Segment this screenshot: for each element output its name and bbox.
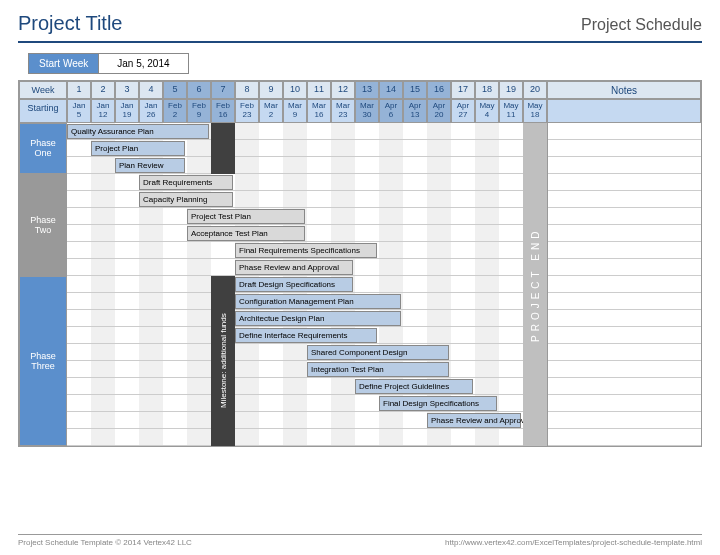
schedule-grid: Week 1234567891011121314151617181920Note…: [18, 80, 702, 447]
page-title: Project Title: [18, 12, 122, 35]
gantt-row: Project Plan: [67, 140, 547, 157]
week-date: Feb2: [163, 99, 187, 123]
start-week-value[interactable]: Jan 5, 2014: [98, 53, 188, 74]
week-date: Feb23: [235, 99, 259, 123]
week-num: 5: [163, 81, 187, 99]
week-date: Apr13: [403, 99, 427, 123]
week-num: 16: [427, 81, 451, 99]
notes-cell[interactable]: [548, 259, 701, 276]
notes-cell[interactable]: [548, 123, 701, 140]
task-bar[interactable]: Capacity Planning: [139, 192, 233, 207]
gantt-row: Integration Test Plan: [67, 361, 547, 378]
notes-cell[interactable]: [548, 412, 701, 429]
gantt-row: Quality Assurance Plan: [67, 123, 547, 140]
start-week-row: Start Week Jan 5, 2014: [28, 53, 702, 74]
week-num: 8: [235, 81, 259, 99]
footer: Project Schedule Template © 2014 Vertex4…: [18, 534, 702, 547]
gantt-row: Architectue Design Plan: [67, 310, 547, 327]
task-bar[interactable]: Project Plan: [91, 141, 185, 156]
task-bar[interactable]: Integration Test Plan: [307, 362, 449, 377]
phase-label: PhaseTwo: [19, 174, 67, 276]
task-bar[interactable]: Quality Assurance Plan: [67, 124, 209, 139]
week-number-row: Week 1234567891011121314151617181920Note…: [19, 81, 701, 99]
notes-cell[interactable]: [548, 191, 701, 208]
week-date: Feb9: [187, 99, 211, 123]
gantt-row: Draft Requirements: [67, 174, 547, 191]
gantt-row: Acceptance Test Plan: [67, 225, 547, 242]
chart-body: PhaseOnePhaseTwoPhaseThree Quality Assur…: [19, 123, 701, 446]
notes-header: Notes: [547, 81, 701, 99]
task-bar[interactable]: Phase Review and Approval: [235, 260, 353, 275]
week-date: Mar9: [283, 99, 307, 123]
task-bar[interactable]: Architectue Design Plan: [235, 311, 401, 326]
notes-column: [547, 123, 701, 446]
week-num: 2: [91, 81, 115, 99]
notes-cell[interactable]: [548, 276, 701, 293]
gantt-row: Draft Design Specifications: [67, 276, 547, 293]
gantt-rows: Quality Assurance PlanProject PlanPlan R…: [67, 123, 547, 446]
week-num: 11: [307, 81, 331, 99]
week-num: 19: [499, 81, 523, 99]
gantt-row: [67, 429, 547, 446]
task-bar[interactable]: Phase Review and Approval: [427, 413, 521, 428]
week-date: Jan26: [139, 99, 163, 123]
week-num: 14: [379, 81, 403, 99]
gantt-row: Capacity Planning: [67, 191, 547, 208]
gantt-row: Final Requirements Specifications: [67, 242, 547, 259]
week-date: May4: [475, 99, 499, 123]
week-date: Jan5: [67, 99, 91, 123]
week-num: 9: [259, 81, 283, 99]
notes-cell[interactable]: [548, 361, 701, 378]
gantt-row: Project Test Plan: [67, 208, 547, 225]
week-num: 6: [187, 81, 211, 99]
start-week-label: Start Week: [28, 53, 99, 74]
notes-cell[interactable]: [548, 378, 701, 395]
footer-left: Project Schedule Template © 2014 Vertex4…: [18, 538, 192, 547]
notes-cell[interactable]: [548, 293, 701, 310]
gantt-row: Phase Review and Approval: [67, 259, 547, 276]
task-bar[interactable]: Plan Review: [115, 158, 185, 173]
task-bar[interactable]: Shared Component Design: [307, 345, 449, 360]
week-num: 17: [451, 81, 475, 99]
notes-cell[interactable]: [548, 157, 701, 174]
notes-cell[interactable]: [548, 344, 701, 361]
notes-cell[interactable]: [548, 208, 701, 225]
week-num: 12: [331, 81, 355, 99]
gantt-row: Phase Review and Approval: [67, 412, 547, 429]
notes-cell[interactable]: [548, 429, 701, 446]
week-num: 15: [403, 81, 427, 99]
notes-cell[interactable]: [548, 395, 701, 412]
notes-cell[interactable]: [548, 174, 701, 191]
gantt-row: Define Interface Requirements: [67, 327, 547, 344]
task-bar[interactable]: Final Design Specifications: [379, 396, 497, 411]
week-date: Jan19: [115, 99, 139, 123]
task-bar[interactable]: Draft Requirements: [139, 175, 233, 190]
week-date: Mar23: [331, 99, 355, 123]
week-num: 13: [355, 81, 379, 99]
notes-cell[interactable]: [548, 225, 701, 242]
milestone-marker: Milestone: additional funds: [211, 276, 235, 446]
starting-label: Starting: [19, 99, 67, 123]
week-num: 20: [523, 81, 547, 99]
page-subtitle: Project Schedule: [581, 16, 702, 34]
notes-cell[interactable]: [548, 310, 701, 327]
week-date-row: Starting Jan5Jan12Jan19Jan26Feb2Feb9Feb1…: [19, 99, 701, 123]
task-bar[interactable]: Project Test Plan: [187, 209, 305, 224]
week-date: Mar30: [355, 99, 379, 123]
notes-cell[interactable]: [548, 242, 701, 259]
week-date: Feb16: [211, 99, 235, 123]
task-bar[interactable]: Acceptance Test Plan: [187, 226, 305, 241]
task-bar[interactable]: Define Project Guidelines: [355, 379, 473, 394]
gantt-row: Configuration Management Plan: [67, 293, 547, 310]
task-bar[interactable]: Final Requirements Specifications: [235, 243, 377, 258]
milestone-marker-top: [211, 123, 235, 174]
week-date: May11: [499, 99, 523, 123]
week-num: 4: [139, 81, 163, 99]
task-bar[interactable]: Define Interface Requirements: [235, 328, 377, 343]
task-bar[interactable]: Draft Design Specifications: [235, 277, 353, 292]
gantt-row: Plan Review: [67, 157, 547, 174]
task-bar[interactable]: Configuration Management Plan: [235, 294, 401, 309]
notes-cell[interactable]: [548, 140, 701, 157]
week-date: Jan12: [91, 99, 115, 123]
notes-cell[interactable]: [548, 327, 701, 344]
